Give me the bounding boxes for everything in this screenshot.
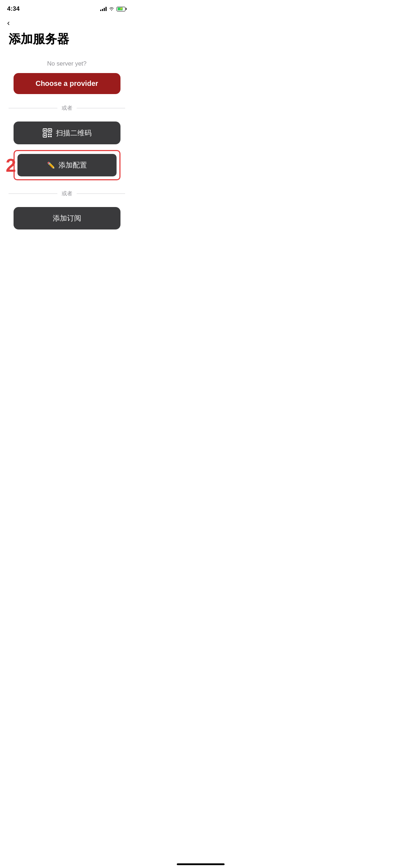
svg-rect-9 [50,136,52,137]
add-config-label: 添加配置 [58,160,87,170]
add-subscription-button[interactable]: 添加订阅 [14,207,120,229]
choose-provider-button[interactable]: Choose a provider [14,73,120,94]
add-config-button[interactable]: ✏️ 添加配置 [17,154,117,176]
highlight-box: ✏️ 添加配置 [14,150,120,180]
action-buttons: 扫描二维码 2 ✏️ 添加配置 [9,122,125,180]
divider-line-left-1 [9,108,57,108]
divider-line-right-1 [77,108,125,108]
main-content: No server yet? Choose a provider 或者 扫描二维… [0,53,134,237]
wifi-icon [109,7,114,11]
page-title: 添加服务器 [9,32,125,46]
status-time: 4:34 [7,5,20,12]
back-chevron-icon[interactable]: ‹ [7,19,10,27]
battery-icon: ⚡ [117,7,127,11]
scan-qr-button[interactable]: 扫描二维码 [14,122,120,144]
svg-rect-7 [50,134,52,135]
svg-rect-1 [44,130,46,131]
status-icons: ⚡ [100,7,127,11]
divider-1: 或者 [9,105,125,112]
status-bar: 4:34 ⚡ [0,0,134,16]
svg-rect-6 [48,134,50,135]
pencil-icon: ✏️ [47,161,55,169]
or-text-1: 或者 [62,105,72,112]
svg-rect-5 [44,135,46,136]
divider-line-left-2 [9,193,57,194]
qr-code-icon [42,128,52,138]
svg-rect-8 [48,136,50,137]
add-config-wrapper: 2 ✏️ 添加配置 [9,150,125,180]
signal-icon [100,7,107,11]
page-title-area: 添加服务器 [0,29,134,53]
back-button-area[interactable]: ‹ [0,16,134,29]
or-text-2: 或者 [62,190,72,197]
svg-rect-3 [49,130,51,131]
no-server-text: No server yet? [9,60,125,67]
scan-qr-label: 扫描二维码 [56,128,92,138]
divider-line-right-2 [77,193,125,194]
divider-2: 或者 [9,190,125,197]
highlight-number: 2 [6,156,16,175]
